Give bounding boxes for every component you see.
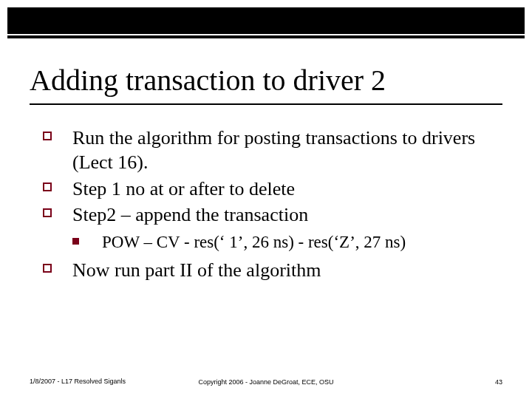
bullet-level1: Now run part II of the algorithm (43, 258, 502, 282)
top-decor-line (7, 34, 525, 35)
bullet-text: Step 1 no at or after to delete (72, 178, 295, 200)
bullet-text: Run the algorithm for posting transactio… (72, 127, 475, 173)
bullet-level1: Step2 – append the transaction (43, 202, 502, 227)
title-underline (30, 103, 502, 105)
hollow-square-icon (43, 264, 52, 273)
bullet-text: Step2 – append the transaction (72, 204, 308, 225)
hollow-square-icon (43, 183, 52, 191)
bullet-text: Now run part II of the algorithm (72, 259, 321, 281)
bullet-text: POW – CV - res(‘ 1’, 26 ns) - res(‘Z’, 2… (102, 233, 406, 251)
slide-title: Adding transaction to driver 2 (30, 65, 502, 96)
footer-center: Copyright 2006 - Joanne DeGroat, ECE, OS… (30, 378, 502, 386)
bullet-level1: Run the algorithm for posting transactio… (43, 126, 502, 175)
slide: Adding transaction to driver 2 Run the a… (0, 0, 532, 399)
bullet-level2: POW – CV - res(‘ 1’, 26 ns) - res(‘Z’, 2… (72, 231, 502, 253)
top-decor-bar (7, 7, 525, 38)
slide-body: Run the algorithm for posting transactio… (43, 126, 502, 284)
hollow-square-icon (43, 132, 52, 140)
filled-square-icon (72, 238, 79, 245)
hollow-square-icon (43, 208, 52, 217)
bullet-level1: Step 1 no at or after to delete (43, 177, 502, 201)
footer-page-number: 43 (495, 378, 502, 386)
